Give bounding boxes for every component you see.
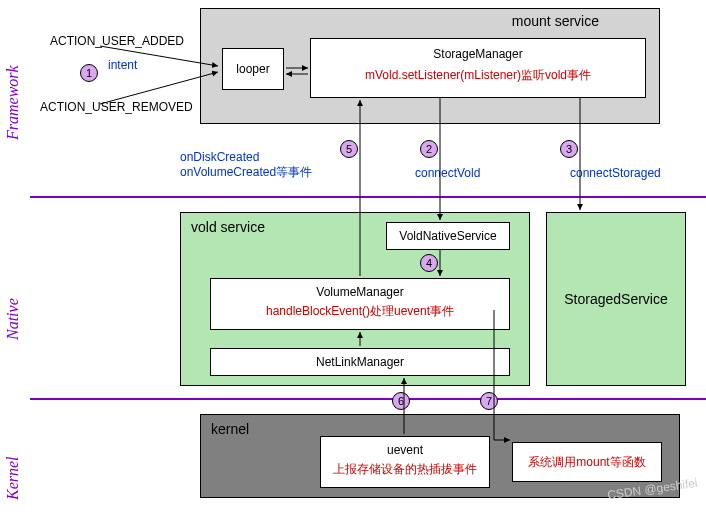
title-volume-manager: VolumeManager [211, 279, 509, 299]
box-netlink-manager: NetLinkManager [210, 348, 510, 376]
title-kernel: kernel [211, 421, 249, 437]
layer-label-native: Native [4, 298, 22, 340]
box-vold-native-service: VoldNativeService [386, 222, 510, 250]
layer-label-framework: Framework [4, 65, 22, 140]
detail-volume-manager: handleBlockEvent()处理uevent事件 [211, 299, 509, 320]
badge-1: 1 [80, 64, 98, 82]
title-storage-manager: StorageManager [311, 39, 645, 61]
box-storaged-service: StoragedService [546, 212, 686, 386]
badge-7: 7 [480, 392, 498, 410]
separator-framework-native [30, 196, 706, 198]
badge-2: 2 [420, 140, 438, 158]
badge-4: 4 [420, 254, 438, 272]
box-uevent: uevent 上报存储设备的热插拔事件 [320, 436, 490, 488]
detail-uevent: 上报存储设备的热插拔事件 [321, 457, 489, 478]
box-volume-manager: VolumeManager handleBlockEvent()处理uevent… [210, 278, 510, 330]
layer-label-kernel: Kernel [4, 456, 22, 500]
detail-storage-manager: mVold.setListener(mListener)监听vold事件 [311, 61, 645, 84]
title-uevent: uevent [321, 437, 489, 457]
label-connect-storaged: connectStoraged [570, 166, 661, 180]
separator-native-kernel [30, 398, 706, 400]
box-storage-manager: StorageManager mVold.setListener(mListen… [310, 38, 646, 98]
text-syscall: 系统调用mount等函数 [528, 455, 645, 469]
title-mount-service: mount service [512, 13, 599, 29]
label-intent: intent [108, 58, 137, 72]
box-looper: looper [222, 48, 284, 90]
label-action-removed: ACTION_USER_REMOVED [40, 100, 193, 114]
title-vold-service: vold service [191, 219, 265, 235]
badge-3: 3 [560, 140, 578, 158]
badge-6: 6 [392, 392, 410, 410]
label-events: onDiskCreated onVolumeCreated等事件 [180, 150, 312, 181]
badge-5: 5 [340, 140, 358, 158]
box-syscall: 系统调用mount等函数 [512, 442, 662, 482]
label-connect-vold: connectVold [415, 166, 480, 180]
label-action-added: ACTION_USER_ADDED [50, 34, 184, 48]
